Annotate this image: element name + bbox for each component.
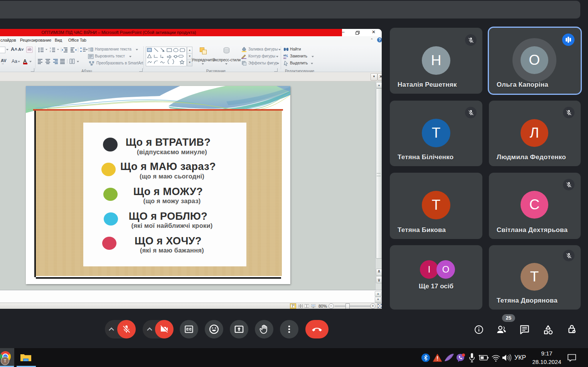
svg-text:ab: ab	[283, 54, 286, 57]
svg-text:1: 1	[50, 47, 51, 49]
svg-text:ac: ac	[283, 57, 286, 59]
svg-text:2: 2	[50, 50, 51, 52]
